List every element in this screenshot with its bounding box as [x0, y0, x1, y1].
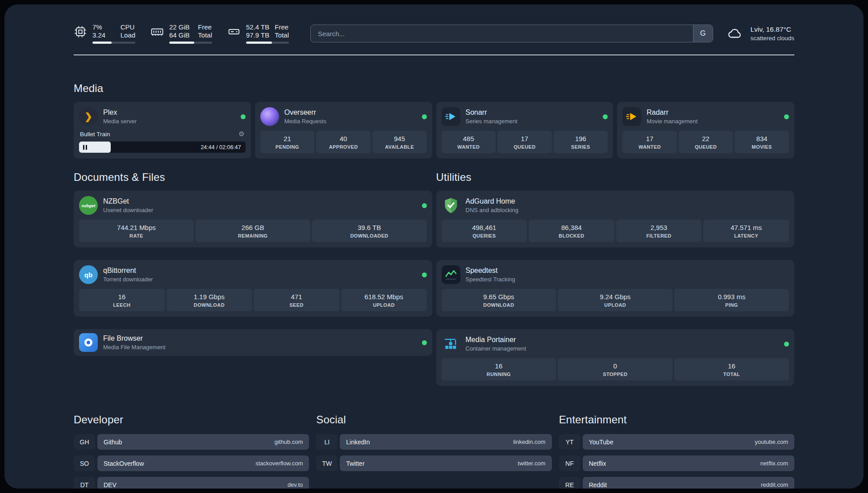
stat-leech: 16LEECH [79, 289, 165, 311]
service-name: Media Portainer [466, 336, 526, 344]
google-search-button[interactable]: G [693, 25, 713, 42]
utilities-section-title: Utilities [436, 171, 795, 184]
entertainment-section: Entertainment YT YouTubeyoutube.com NF N… [559, 414, 794, 489]
memory-meter [169, 42, 212, 44]
documents-section: Documents & Files nzbget NZBGet Usenet d… [74, 171, 432, 356]
adguard-card[interactable]: AdGuard Home DNS and adblocking 498,461Q… [436, 191, 795, 247]
disk-total: 97.9 TB [246, 31, 269, 39]
bookmark-dev[interactable]: DT DEVdev.to [74, 477, 309, 489]
status-dot [784, 342, 789, 347]
overseerr-icon [260, 107, 279, 126]
speedtest-card[interactable]: Speedtest Speedtest Tracking 9.65 GbpsDO… [436, 260, 795, 317]
stat-series: 196SERIES [554, 131, 608, 153]
bookmark-linkedin[interactable]: LI LinkedInlinkedin.com [316, 434, 551, 450]
bookmark-abbr: DT [74, 477, 95, 489]
stat-pending: 21PENDING [260, 131, 315, 153]
bookmark-youtube[interactable]: YT YouTubeyoutube.com [559, 434, 794, 450]
bookmark-name: YouTube [589, 439, 613, 446]
cpu-load: 3.24 [92, 31, 105, 39]
service-name: Sonarr [466, 109, 517, 117]
filebrowser-card[interactable]: File Browser Media File Management [74, 329, 432, 356]
service-subtitle: Torrent downloader [103, 276, 153, 283]
stat-queued: 22QUEUED [679, 131, 733, 153]
plex-card[interactable]: ❯ Plex Media server Bullet Train ⚙ [74, 102, 251, 159]
sonarr-icon [442, 107, 460, 126]
portainer-icon [442, 334, 460, 353]
developer-section: Developer GH Githubgithub.com SO StackOv… [74, 414, 309, 489]
stat-seed: 471SEED [254, 289, 339, 311]
nzbget-card[interactable]: nzbget NZBGet Usenet downloader 744.21 M… [74, 191, 432, 247]
cpu-widget: 7% CPU 3.24 Load [74, 23, 135, 44]
status-dot [422, 203, 427, 208]
bookmark-reddit[interactable]: RE Redditreddit.com [559, 477, 794, 489]
plex-icon: ❯ [79, 107, 98, 126]
bookmark-name: Netflix [589, 460, 606, 467]
bookmark-netflix[interactable]: NF Netflixnetflix.com [559, 455, 794, 471]
bookmark-url: dev.to [288, 481, 303, 488]
bookmark-url: stackoverflow.com [255, 460, 303, 467]
search-input[interactable] [311, 25, 693, 42]
developer-section-title: Developer [74, 414, 309, 426]
qbittorrent-card[interactable]: qb qBittorrent Torrent downloader 16LEEC… [74, 260, 432, 317]
dashboard-frame: 7% CPU 3.24 Load 22 GiB [4, 4, 864, 489]
stat-available: 945AVAILABLE [372, 131, 427, 153]
bookmark-abbr: RE [559, 477, 580, 489]
search-bar: G [310, 25, 713, 42]
stat-upload: 9.24 GbpsUPLOAD [558, 289, 672, 311]
service-subtitle: Speedtest Tracking [466, 276, 515, 283]
bookmark-abbr: GH [74, 434, 95, 450]
service-name: Radarr [647, 109, 697, 117]
status-dot [603, 114, 608, 119]
service-subtitle: DNS and adblocking [466, 207, 519, 213]
bookmark-url: github.com [275, 439, 303, 445]
radarr-icon [622, 107, 641, 126]
service-subtitle: Usenet downloader [103, 207, 153, 213]
radarr-card[interactable]: Radarr Movie management 17WANTED 22QUEUE… [617, 102, 794, 159]
service-name: Overseerr [284, 109, 326, 117]
service-name: AdGuard Home [466, 197, 519, 205]
cpu-icon [74, 25, 87, 38]
cpu-load-label: Load [121, 31, 135, 39]
documents-section-title: Documents & Files [74, 171, 432, 184]
portainer-card[interactable]: Media Portainer Container management 16R… [436, 329, 795, 386]
memory-total: 64 GiB [169, 31, 190, 39]
sonarr-card[interactable]: Sonarr Series management 485WANTED 17QUE… [436, 102, 613, 159]
pause-icon[interactable] [83, 145, 87, 150]
gear-icon[interactable]: ⚙ [238, 130, 244, 138]
disk-total-label: Total [275, 31, 289, 39]
stat-latency: 47.571 msLATENCY [703, 220, 789, 242]
stat-ping: 0.993 msPING [674, 289, 789, 311]
disk-icon [227, 25, 241, 38]
service-name: Plex [103, 109, 137, 117]
stat-approved: 40APPROVED [316, 131, 371, 153]
playback-progress-bar[interactable]: 24:44 / 02:06:47 [79, 142, 246, 153]
status-dot [784, 114, 789, 119]
service-name: NZBGet [103, 197, 153, 205]
service-subtitle: Media Requests [284, 118, 326, 125]
bookmark-abbr: LI [316, 434, 338, 450]
media-section: Media ❯ Plex Media server Bullet Train ⚙ [74, 82, 794, 159]
stat-running: 16RUNNING [442, 358, 556, 380]
cpu-percent: 7% [92, 23, 105, 31]
memory-icon [150, 25, 164, 38]
stat-blocked: 86,384BLOCKED [529, 220, 614, 242]
disk-meter [246, 42, 289, 44]
divider [74, 54, 794, 55]
stat-downloaded: 39.6 TBDOWNLOADED [312, 220, 427, 242]
filebrowser-icon [79, 333, 98, 352]
disk-free: 52.4 TB [246, 23, 269, 31]
bookmark-github[interactable]: GH Githubgithub.com [74, 434, 309, 450]
stat-remaining: 266 GBREMAINING [196, 220, 310, 242]
overseerr-card[interactable]: Overseerr Media Requests 21PENDING 40APP… [255, 102, 432, 159]
stat-queries: 498,461QUERIES [442, 220, 527, 242]
social-section-title: Social [316, 414, 551, 426]
bookmark-stackoverflow[interactable]: SO StackOverflowstackoverflow.com [74, 455, 309, 471]
cloud-icon [726, 26, 744, 41]
stat-queued: 17QUEUED [497, 131, 552, 153]
media-section-title: Media [74, 82, 794, 95]
disk-widget: 52.4 TB Free 97.9 TB Total [227, 23, 289, 44]
bookmark-name: StackOverflow [104, 460, 144, 467]
bookmark-twitter[interactable]: TW Twittertwitter.com [316, 455, 551, 471]
bookmark-name: Reddit [589, 481, 607, 489]
playback-time: 24:44 / 02:06:47 [200, 144, 241, 150]
